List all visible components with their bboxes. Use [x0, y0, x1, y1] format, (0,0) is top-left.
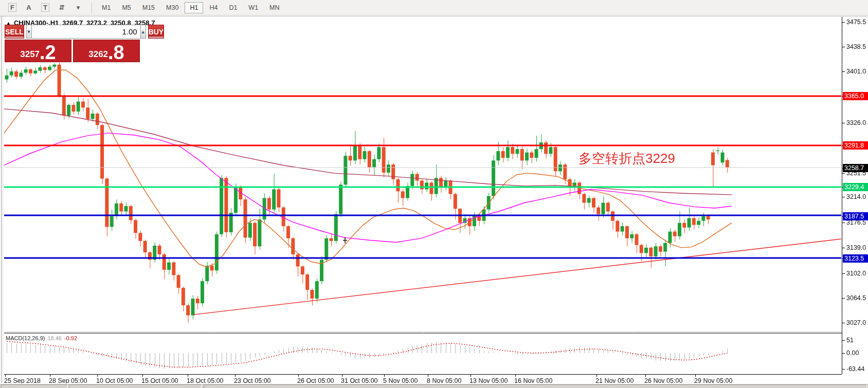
toolbar: FAT⇵▾ M1M5M15M30H1H4D1W1MN	[0, 0, 868, 15]
textbox-tool-icon[interactable]: T	[38, 2, 52, 13]
macd-indicator-label: MACD(12,26,9)18.46-0.92	[6, 335, 77, 341]
sell-price-panel[interactable]: 3257.2	[5, 40, 71, 62]
volume-input[interactable]	[32, 25, 140, 39]
buy-button[interactable]: BUY	[148, 25, 165, 39]
mt4-terminal-window: FAT⇵▾ M1M5M15M30H1H4D1W1MN ▲CHINA300-,H1…	[0, 0, 868, 388]
sell-price-frac: .2	[40, 45, 56, 60]
macd-name: MACD(12,26,9)	[6, 335, 45, 341]
buy-price-panel[interactable]: 3262.8	[73, 40, 140, 62]
buy-price-frac: .8	[108, 45, 124, 60]
volume-decrement-button[interactable]: ▼	[26, 25, 32, 39]
sell-price-main: 3257	[20, 50, 40, 59]
timeframe-button-m15[interactable]: M15	[137, 2, 160, 13]
timeframe-button-m1[interactable]: M1	[97, 2, 116, 13]
fibonacci-tool-icon[interactable]: F	[5, 2, 20, 13]
chart-text-annotation[interactable]: 多空转折点3229	[578, 150, 675, 168]
status-cell-middle	[69, 384, 202, 388]
timeframe-button-w1[interactable]: W1	[243, 2, 263, 13]
arrows-dropdown-icon[interactable]: ▾	[71, 2, 85, 13]
volume-increment-button[interactable]: ▲	[140, 25, 146, 39]
object-tools-group: FAT⇵▾	[4, 2, 86, 13]
buy-price-main: 3262	[88, 50, 108, 59]
one-click-trading-widget: SELL ▼ ▲ BUY 3257.2 3262.8	[5, 25, 140, 62]
status-cell-left	[1, 384, 68, 388]
timeframe-button-h1[interactable]: H1	[185, 2, 203, 13]
timeframe-button-m5[interactable]: M5	[117, 2, 136, 13]
timeframe-button-mn[interactable]: MN	[264, 2, 284, 13]
sell-button[interactable]: SELL	[5, 25, 24, 39]
timeframe-group: M1M5M15M30H1H4D1W1MN	[96, 2, 285, 13]
status-cell-right	[204, 384, 867, 388]
text-label-tool-icon[interactable]: A	[22, 2, 36, 13]
arrows-tool-icon[interactable]: ⇵	[55, 2, 69, 13]
timeframe-button-d1[interactable]: D1	[224, 2, 242, 13]
toolbar-separator	[92, 3, 92, 13]
macd-main-value: 18.46	[47, 335, 62, 341]
macd-signal-value: -0.92	[64, 335, 77, 341]
status-bar	[0, 383, 868, 388]
timeframe-button-m30[interactable]: M30	[161, 2, 184, 13]
timeframe-button-h4[interactable]: H4	[204, 2, 223, 13]
